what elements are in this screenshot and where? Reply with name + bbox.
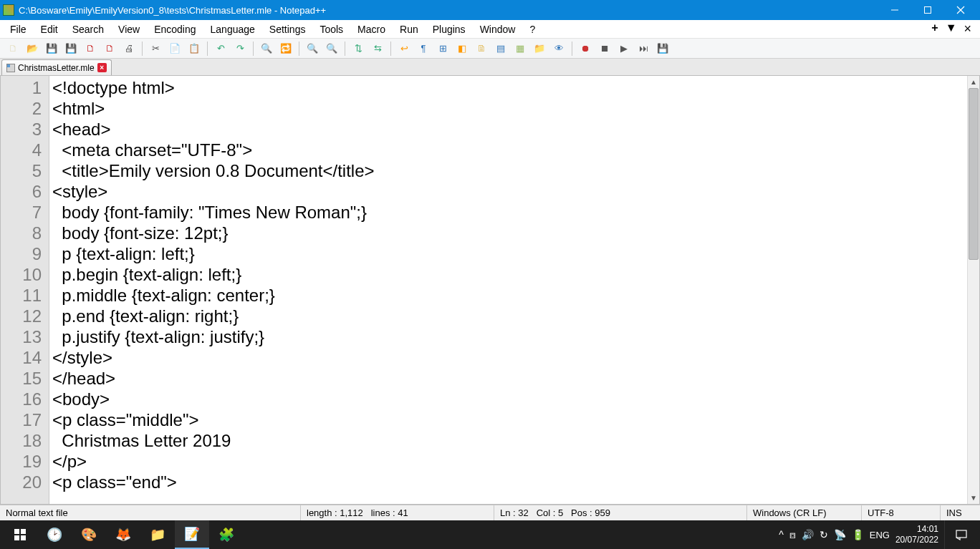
status-mode[interactable]: INS	[941, 505, 980, 520]
sync-h-icon[interactable]: ⇆	[369, 41, 386, 57]
other-app-icon[interactable]: 🧩	[209, 520, 244, 549]
zoom-in-icon[interactable]: 🔍	[304, 41, 321, 57]
dropbox-icon[interactable]: ⧈	[789, 529, 796, 541]
open-file-icon[interactable]: 📂	[24, 41, 41, 57]
menu-help[interactable]: ?	[522, 22, 542, 37]
menu-edit[interactable]: Edit	[34, 22, 65, 37]
replace-icon[interactable]: 🔁	[277, 41, 294, 57]
menu-language[interactable]: Language	[203, 22, 262, 37]
status-encoding[interactable]: UTF-8	[862, 505, 941, 520]
start-button[interactable]	[3, 520, 37, 549]
code-line[interactable]: <body>	[52, 389, 964, 409]
menu-search[interactable]: Search	[65, 22, 111, 37]
code-line[interactable]: body {font-size: 12pt;}	[52, 223, 964, 243]
print-icon[interactable]: 🖨	[120, 41, 138, 57]
volume-icon[interactable]: 🔊	[802, 529, 814, 540]
code-line[interactable]: Christmas Letter 2019	[52, 430, 964, 451]
line-number: 5	[4, 160, 42, 181]
menu-view[interactable]: View	[111, 22, 147, 37]
undo-icon[interactable]: ↶	[212, 41, 229, 57]
folder-icon[interactable]: 📁	[531, 41, 548, 57]
minimize-button[interactable]	[878, 0, 911, 20]
vertical-scrollbar[interactable]: ▲ ▼	[967, 76, 979, 504]
copy-icon[interactable]: 📄	[166, 41, 183, 57]
notification-center-icon[interactable]	[944, 520, 977, 549]
sync-tray-icon[interactable]: ↻	[820, 529, 828, 540]
tab-close-icon[interactable]: ×	[97, 63, 107, 72]
paste-icon[interactable]: 📋	[186, 41, 203, 57]
code-line[interactable]: <title>Emily version 0.8 Document</title…	[52, 160, 964, 181]
word-wrap-icon[interactable]: ↩	[395, 41, 413, 57]
monitor-icon[interactable]: 👁	[550, 41, 567, 57]
code-line[interactable]: <meta charset="UTF-8">	[52, 140, 964, 160]
code-line[interactable]: p.middle {text-align: center;}	[52, 285, 964, 306]
status-eol[interactable]: Windows (CR LF)	[747, 505, 862, 520]
tray-overflow-icon[interactable]: ^	[779, 529, 784, 540]
redo-icon[interactable]: ↷	[231, 41, 249, 57]
firefox-icon[interactable]: 🦊	[106, 520, 140, 549]
indent-guide-icon[interactable]: ⊞	[434, 41, 451, 57]
code-line[interactable]: p {text-align: left;}	[52, 243, 964, 264]
user-lang-icon[interactable]: ◧	[453, 41, 471, 57]
func-list-icon[interactable]: ▤	[492, 41, 509, 57]
close-all-icon[interactable]: 🗋	[101, 41, 118, 57]
file-tab-icon	[6, 64, 15, 72]
code-editor[interactable]: <!doctype html><html><head> <meta charse…	[49, 76, 967, 504]
record-macro-icon[interactable]: ⏺	[577, 41, 594, 57]
scroll-track[interactable]	[968, 88, 979, 492]
battery-icon[interactable]: 🔋	[852, 529, 864, 540]
save-icon[interactable]: 💾	[43, 41, 60, 57]
menu-tools[interactable]: Tools	[312, 22, 350, 37]
clock-app-icon[interactable]: 🕑	[37, 520, 72, 549]
code-line[interactable]: <head>	[52, 119, 964, 140]
close-button[interactable]	[944, 0, 977, 20]
code-line[interactable]: p.end {text-align: right;}	[52, 306, 964, 326]
new-file-icon[interactable]: 🗋	[4, 41, 21, 57]
maximize-button[interactable]	[911, 0, 944, 20]
code-line[interactable]: <!doctype html>	[52, 77, 964, 98]
file-tab[interactable]: ChristmasLetter.mle ×	[1, 59, 112, 75]
menu-file[interactable]: File	[3, 22, 34, 37]
close-file-icon[interactable]: 🗋	[82, 41, 99, 57]
save-macro-icon[interactable]: 💾	[654, 41, 671, 57]
cut-icon[interactable]: ✂	[147, 41, 164, 57]
stop-macro-icon[interactable]: ⏹	[596, 41, 613, 57]
doc-map-icon[interactable]: 🗎	[473, 41, 490, 57]
code-line[interactable]: </head>	[52, 368, 964, 389]
taskbar-clock[interactable]: 14:01 20/07/2022	[895, 524, 938, 545]
menu-plugins[interactable]: Plugins	[426, 22, 473, 37]
code-line[interactable]: <p class="end">	[52, 472, 964, 492]
play-multi-icon[interactable]: ⏭	[635, 41, 652, 57]
menu-macro[interactable]: Macro	[350, 22, 393, 37]
play-macro-icon[interactable]: ▶	[615, 41, 633, 57]
explorer-icon[interactable]: 📁	[140, 520, 175, 549]
zoom-out-icon[interactable]: 🔍	[323, 41, 340, 57]
notepadpp-taskbar-icon[interactable]: 📝	[175, 520, 209, 549]
save-all-icon[interactable]: 💾	[62, 41, 80, 57]
code-line[interactable]: p.begin {text-align: left;}	[52, 264, 964, 285]
scroll-up-icon[interactable]: ▲	[968, 76, 979, 88]
code-line[interactable]: </p>	[52, 451, 964, 472]
menu-window[interactable]: Window	[473, 22, 523, 37]
menu-settings[interactable]: Settings	[262, 22, 313, 37]
show-chars-icon[interactable]: ¶	[415, 41, 432, 57]
language-indicator[interactable]: ENG	[870, 530, 890, 540]
sync-v-icon[interactable]: ⇅	[350, 41, 367, 57]
network-tray-icon[interactable]: 📡	[834, 529, 846, 540]
close-tab-icon[interactable]: ×	[964, 21, 971, 37]
scroll-thumb[interactable]	[969, 88, 979, 260]
code-line[interactable]: <html>	[52, 98, 964, 119]
code-line[interactable]: p.justify {text-align: justify;}	[52, 326, 964, 347]
code-line[interactable]: </style>	[52, 347, 964, 368]
folder-workspace-icon[interactable]: ▦	[511, 41, 529, 57]
menu-encoding[interactable]: Encoding	[147, 22, 203, 37]
menu-run[interactable]: Run	[393, 22, 426, 37]
code-line[interactable]: <p class="middle">	[52, 409, 964, 430]
code-line[interactable]: body {font-family: "Times New Roman";}	[52, 202, 964, 223]
scroll-down-icon[interactable]: ▼	[968, 492, 979, 504]
find-icon[interactable]: 🔍	[258, 41, 275, 57]
new-tab-icon[interactable]: +	[931, 21, 938, 37]
paint-app-icon[interactable]: 🎨	[72, 520, 106, 549]
code-line[interactable]: <style>	[52, 181, 964, 202]
dropdown-icon[interactable]: ▼	[946, 21, 957, 37]
